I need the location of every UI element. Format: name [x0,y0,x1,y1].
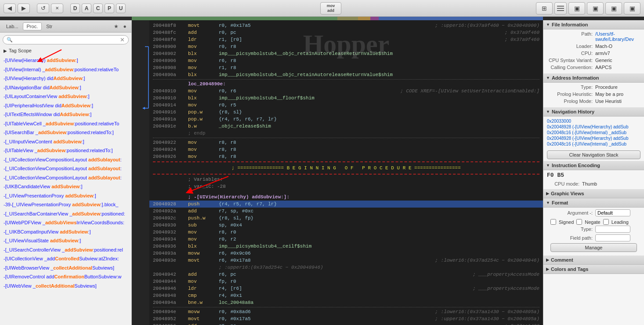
disasm-row[interactable]: 2004893a movw r6, #0x9c06 [149,250,543,257]
disasm-row[interactable]: 20048922 mov r8, r8 [149,139,543,146]
list-item[interactable]: -[_UIKBCompatInputView addSubview:] [0,227,131,237]
list-item[interactable]: -[_UICollectionViewCompositionLayout add… [0,164,131,173]
list-item[interactable]: -[UIRemoveControl addConfirmationButtonS… [0,272,131,281]
list-item[interactable]: -[UIKBCandidateView addSubview:] [0,182,131,191]
disasm-row[interactable]: 2004892a add r7, sp, #0xc [149,208,543,215]
list-item[interactable]: -[UISearchBar _addSubview:positioned:rel… [0,128,131,137]
back-button[interactable]: ◀ [4,4,16,13]
disasm-row[interactable]: . . ; :upper16:(0x37ad254c − 0x20048946) [149,264,543,271]
letter-c-btn[interactable]: C [93,4,103,13]
toolbar-icon-2[interactable] [554,2,567,15]
disasm-row[interactable]: 20048924 mov r8, r8 [149,146,543,153]
disasm-row[interactable]: 20048934 mov r0, r2 [149,236,543,243]
disasm-row[interactable]: 20048948 cmp r4, #0x1 [149,292,543,299]
disasm-row[interactable]: 20048914 mov r0, r5 [149,102,543,109]
disasm-row[interactable]: 2004893e movt r6, #0x17a8 ; :lower16:(0x… [149,257,543,264]
disasm-row[interactable]: 20048946 ldr r4, [r6] ; ___propertyAcces… [149,285,543,292]
list-item[interactable]: -[_UICollectionViewCompositionLayout add… [0,173,131,183]
disasm-row[interactable]: 20048952 movt r0, #0x17a5 ; :upper16:(0x… [149,315,543,322]
disasm-row[interactable]: 20048936 blx imp___picsymbolstub4__ceilf… [149,243,543,250]
list-item[interactable]: -[UITableViewCell _addSubview:positioned… [0,119,131,128]
graphic-views-header[interactable]: ▶ Graphic Views [543,189,644,198]
nav-item[interactable]: 0x20033000 [547,118,640,124]
disasm-row[interactable]: 20048926 mov r8, r8 [149,153,543,160]
forward-button[interactable]: ▶ [18,4,30,13]
list-item[interactable]: -[_UISearchControllerView _addSubview:po… [0,245,131,255]
toolbar-icon-5[interactable]: ▣ [605,2,622,15]
letter-p-btn[interactable]: P [105,4,114,13]
list-item[interactable]: -[UIPeripheralHostView didAddSubview:] [0,101,131,110]
letter-d-btn[interactable]: D [70,4,80,13]
disasm-row[interactable]: 20048908 mov r1, r8 [149,64,543,71]
disasm-row-selected[interactable]: 20048928 push {r4, r5, r6, r7, lr} [149,201,543,208]
negate-checkbox[interactable] [576,219,582,225]
disasm-row[interactable]: 20048910 mov r0, r6 ; CODE XREF=-[UIView… [149,88,543,95]
refresh-button[interactable]: ↺ [37,4,49,13]
nav-item[interactable]: 0x20048c16 (-[UIView(Internal) _addSub [547,141,640,147]
disasm-row[interactable]: 2004894a bne.w loc_20048a8a [149,299,543,306]
list-item[interactable]: -[UIView(Internal) _addSubview:positione… [0,65,131,74]
sidebar-tab-str[interactable]: Str [43,23,56,30]
disasm-row[interactable]: 20048956 add r0, pc ; 0x37aa1430 [149,322,543,325]
list-item[interactable]: -[_UISearchBarContainerView _addSubview:… [0,209,131,219]
format-type-input[interactable] [595,226,630,233]
sidebar-circle-icon[interactable]: ● [121,22,129,30]
letter-a-btn[interactable]: A [82,4,91,13]
nav-history-header[interactable]: ▼ Navigation History [543,107,644,117]
list-item[interactable]: -[UICollectionView _addControlledSubview… [0,254,131,263]
disasm-row[interactable]: 20048900 mov r0, r8 [149,43,543,50]
toolbar-icon-4[interactable]: ▣ [587,2,604,15]
disasm-row[interactable]: 20048910 blx imp___picsymbolstub4__floor… [149,95,543,102]
disasm-row[interactable]: 2004890a blx imp___picsymbolstub4__objc_… [149,71,543,78]
disasm-row[interactable]: 20048902 blx imp___picsymbolstub4__objc_… [149,50,543,57]
search-input[interactable]: addsub [14,37,118,43]
sidebar-tab-proc[interactable]: Proc. [23,22,42,30]
manage-button[interactable]: Manage [550,243,637,252]
list-item[interactable]: -39-[_UIViewPresentationProxy addSubview… [0,200,131,209]
format-header[interactable]: ▼ Format [543,198,644,208]
leading-checkbox[interactable] [603,219,609,225]
file-info-header[interactable]: ▼ File Information [543,20,644,29]
list-item[interactable]: -[UIView(Hierarchy) didAddSubview:] [0,74,131,83]
argument-input[interactable] [595,209,630,216]
disasm-row[interactable]: 20048944 mov fp, r0 [149,278,543,285]
disasm-row[interactable]: loc_2004890e: [149,80,543,88]
list-item[interactable]: -[UINavigationBar didAddSubview:] [0,83,131,92]
disasm-row[interactable]: 2004894e movw r0, #0x8ad6 ; :lower16:(0x… [149,308,543,315]
tag-scope[interactable]: ▶ Tag Scope [0,47,131,54]
clear-nav-stack-button[interactable]: Clear Navigation Stack [547,150,640,159]
nav-item[interactable]: 0x20048928 (-[UIView(Hierarchy) addSub [547,124,640,130]
comment-header[interactable]: ▶ Comment [543,256,644,265]
disasm-row[interactable]: 200488f8 movt r0, #0x17a5 ; :upper16:(0x… [149,22,543,29]
list-item[interactable]: -[UIWebView _collectAdditionalSubviews] [0,281,131,291]
disasm-row[interactable]: 2004891e b.w _objc_release$shim [149,123,543,130]
list-item[interactable]: -[UIWebBrowserView _collectAdditionalSub… [0,263,131,273]
nav-item[interactable]: 0x20048c16 (-[UIView(Internal) _addSub [547,130,640,135]
address-info-header[interactable]: ▼ Address Information [543,73,644,83]
proc-label-row[interactable]: ; -[UIView(Hierarchy) addSubview:]: [149,194,543,201]
list-item[interactable]: -[UIView(Hierarchy) addSubview:] [0,56,131,65]
list-item[interactable]: -[UITableView _addSubview:positioned:rel… [0,146,131,155]
toolbar-icon-1[interactable]: ⊞ [536,2,553,15]
disasm-row[interactable]: 20048916 pop.w {r8, sl} [149,109,543,116]
search-clear-icon[interactable]: ✕ [120,37,125,43]
nav-item[interactable]: 0x20048928 (-[UIView(Hierarchy) addSub [547,135,640,141]
disasm-row[interactable]: 200488fc add r0, pc ; 0x37a9f460 [149,29,543,36]
list-item[interactable]: -[_UIViewPresentationProxy addSubview:] [0,191,131,201]
disasm-row[interactable]: 20048906 mov r6, r8 [149,57,543,64]
disasm-row[interactable]: 2004891a pop.w {r4, r5, r6, r7, lr} [149,116,543,123]
list-item[interactable]: -[UIWebPDFView _addSubViewsInViewCoordsB… [0,218,131,227]
path-value[interactable]: /Users/tf-swufe/Library/Dev [595,31,640,42]
list-item[interactable]: -[UITextEffectsWindow didAddSubview:] [0,110,131,119]
disasm-scroll[interactable]: Hopper 200488f8 movt [149,20,543,325]
stop-button[interactable]: ✕ [51,4,63,13]
instruction-encoding-header[interactable]: ▼ Instruction Encoding [543,161,644,170]
toolbar-icon-3[interactable]: ▣ [568,2,585,15]
field-path-input[interactable] [595,234,630,241]
list-item[interactable]: -[UILayoutContainerView addSubview:] [0,92,131,101]
disasm-row[interactable]: 20048932 mov r8, r0 [149,229,543,236]
colors-tags-header[interactable]: ▶ Colors and Tags [543,265,644,274]
list-item[interactable]: -[_UIViewVisualState addSubview:] [0,236,131,245]
list-item[interactable]: -[_UICollectionViewCompositionLayout add… [0,155,131,164]
disasm-row[interactable]: 200488fe ldr r1, [r0] ; 0x37a9f460 [149,36,543,43]
